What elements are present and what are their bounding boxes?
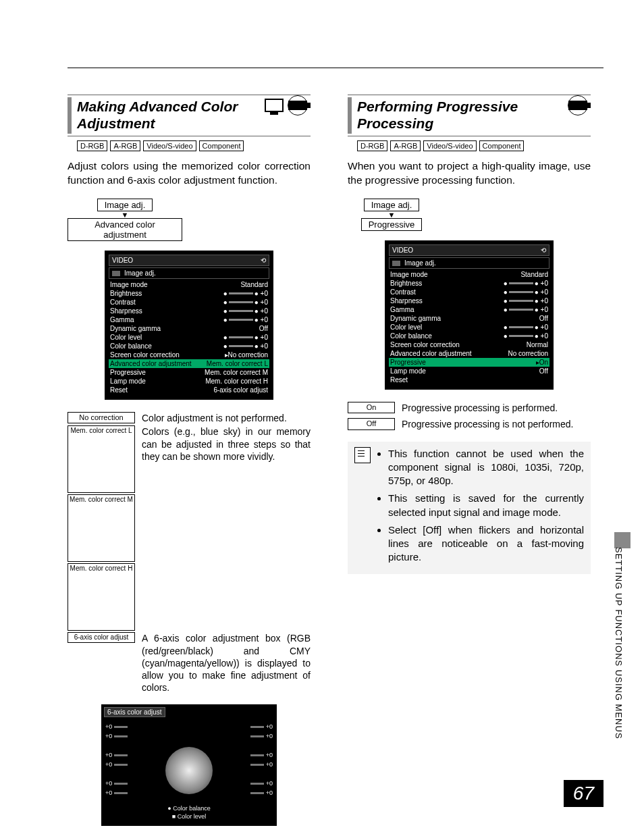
six-axis-title: 6-axis color adjust [104,707,165,717]
osd-row: Sharpness●● +0 [389,296,549,305]
options-table-right: On Progressive processing is performed. … [348,402,591,430]
input-tags-left: D-RGB A-RGB Video/S-video Component [77,140,311,151]
opt-label: Mem. color correct M [68,494,135,562]
osd-row: Sharpness●● +0 [109,307,269,315]
top-rule [68,68,603,68]
osd-row: Gamma●● +0 [109,315,269,324]
tag-component: Component [479,140,525,151]
tag-video: Video/S-video [143,140,196,151]
osd-row: Reset6-axis color adjust [109,386,269,394]
osd-header-imageadj: Image adj. [389,257,549,269]
nav-path-right: Image adj. ▼ Progressive [348,199,591,231]
header-icons-right [568,95,588,115]
tag-component: Component [199,140,244,151]
opt-label: 6-axis color adjust [68,632,135,643]
tag-argb: A-RGB [390,140,421,151]
tag-video: Video/S-video [423,140,476,151]
section-header-right: Performing Progressive Processing [348,95,591,136]
nav-imageadj: Image adj. [97,199,153,211]
note-right: This function cannot be used when the co… [348,442,591,574]
intro-left: Adjust colors using the memorized color … [68,159,311,188]
osd-rows-left: Image modeStandardBrightness●● +0Contras… [109,280,269,394]
opt-desc: Progressive processing is not performed. [402,418,591,430]
opt-on: On Progressive processing is performed. [348,402,591,414]
opt-desc: A 6-axis color adjustment box (RGB (red/… [142,632,311,694]
nav-imageadj: Image adj. [364,199,420,211]
opt-desc: Progressive processing is performed. [402,402,591,414]
osd-row: Color balance●● +0 [389,332,549,340]
projector-icon [288,101,307,110]
six-axis-screenshot: 6-axis color adjust +0 +0 +0 +0 +0 +0 +0… [101,704,277,826]
six-axis-legend: ● Color balance ■ Color level [101,805,277,820]
page-number: 67 [564,780,603,807]
osd-row: Advanced color adjustmentNo correction [389,349,549,358]
osd-row: Advanced color adjustmentMem. color corr… [109,359,269,368]
osd-header-imageadj: Image adj. [109,267,269,279]
osd-row: Color balance●● +0 [109,342,269,350]
right-column: Performing Progressive Processing D-RGB … [348,95,591,834]
opt-label: Mem. color correct L [68,425,135,493]
note-icon [354,447,371,463]
projector-icon [568,101,587,110]
osd-row: Dynamic gammaOff [109,324,269,333]
note-item: This function cannot be used when the co… [388,447,584,488]
osd-row: Contrast●● +0 [109,298,269,307]
opt-mem-l: Mem. color correct L Mem. color correct … [68,425,311,631]
osd-row: ProgressiveMem. color correct M [109,368,269,377]
input-tags-right: D-RGB A-RGB Video/S-video Component [357,140,591,151]
osd-row: Brightness●● +0 [389,279,549,288]
tag-drgb: D-RGB [357,140,387,151]
projector-circle-icon [288,95,308,115]
note-item: This setting is saved for the currently … [388,492,584,519]
header-icons-left [265,95,308,115]
osd-row: Reset [389,375,549,384]
osd-row: Lamp modeOff [389,367,549,375]
note-list-right: This function cannot be used when the co… [377,447,584,569]
two-column-layout: Making Advanced Color Adjustment D-RGB A… [68,95,603,834]
nav-advcolor: Advanced color adjustment [68,218,182,241]
opt-desc: Colors (e.g., blue sky) in our memory ca… [142,425,311,463]
osd-header-video: VIDEO⟲ [109,255,269,266]
left-column: Making Advanced Color Adjustment D-RGB A… [68,95,311,834]
osd-row: Screen color correctionNormal [389,340,549,349]
monitor-icon [265,99,284,112]
side-section-label: SETTING UP FUNCTIONS USING MENUS [614,547,624,739]
osd-row: Image modeStandard [389,270,549,279]
opt-6axis: 6-axis color adjust A 6-axis color adjus… [68,632,311,694]
opt-no-correction: No correction Color adjustment is not pe… [68,412,311,424]
nav-arrow-icon: ▼ [68,211,182,218]
osd-row: Contrast●● +0 [389,288,549,296]
note-item: Select [Off] when flickers and horizonta… [388,523,584,565]
osd-header-video: VIDEO⟲ [389,244,549,256]
osd-row: Brightness●● +0 [109,289,269,298]
opt-off: Off Progressive processing is not perfor… [348,418,591,430]
nav-progressive: Progressive [361,218,423,231]
osd-row: Color level●● +0 [389,323,549,332]
intro-right: When you want to project a high-quality … [348,159,591,188]
color-wheel-icon [165,747,213,794]
opt-desc: Color adjustment is not performed. [142,412,311,424]
nav-arrow-icon: ▼ [348,211,435,218]
osd-rows-right: Image modeStandardBrightness●● +0Contras… [389,270,549,384]
osd-row: Progressive▸On [389,358,549,367]
tag-argb: A-RGB [110,140,140,151]
section-title-right: Performing Progressive Processing [357,98,591,132]
opt-label: Off [348,418,395,429]
page: Making Advanced Color Adjustment D-RGB A… [0,0,644,834]
projector-circle-icon [568,95,588,115]
osd-row: Gamma●● +0 [389,305,549,314]
opt-label: Mem. color correct H [68,563,135,631]
osd-menu-left: VIDEO⟲ Image adj. Image modeStandardBrig… [105,251,273,400]
osd-row: Image modeStandard [109,280,269,289]
opt-label: On [348,402,395,413]
opt-label: No correction [68,412,135,423]
side-tab [614,532,630,548]
osd-row: Dynamic gammaOff [389,314,549,323]
osd-row: Lamp modeMem. color correct H [109,377,269,386]
section-header-left: Making Advanced Color Adjustment [68,95,311,136]
osd-menu-right: VIDEO⟲ Image adj. Image modeStandardBrig… [385,240,554,390]
osd-row: Screen color correction▸No correction [109,350,269,359]
osd-row: Color level●● +0 [109,333,269,342]
options-table-left: No correction Color adjustment is not pe… [68,412,311,694]
nav-path-left: Image adj. ▼ Advanced color adjustment [68,199,311,241]
